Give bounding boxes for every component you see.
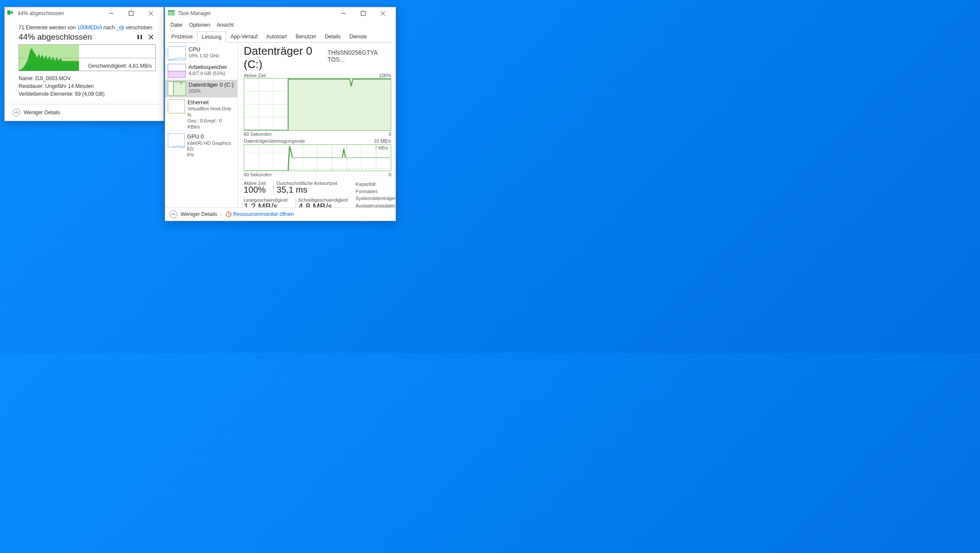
- ethernet-thumb-icon: [168, 99, 185, 113]
- tab-processes[interactable]: Prozesse: [167, 31, 197, 42]
- copy-filename: Name: DJI_0003.MOV: [19, 75, 156, 82]
- disk-heading: Datenträger 0 (C:): [244, 44, 327, 71]
- memory-thumb-icon: [168, 64, 186, 78]
- tabs: Prozesse Leistung App-Verlauf Autostart …: [167, 31, 394, 43]
- close-button[interactable]: [141, 7, 161, 19]
- disk-active-time-value: 100%: [244, 185, 266, 195]
- maximize-button[interactable]: [121, 7, 141, 19]
- menu-options[interactable]: Optionen: [186, 20, 213, 30]
- disk-detail-pane: Datenträger 0 (C:) THNSN0256GTYA TOS... …: [238, 43, 396, 207]
- svg-rect-3: [129, 11, 133, 16]
- svg-rect-16: [168, 71, 186, 78]
- copy-speed-graph: Geschwindigkeit: 4,61 MB/s: [19, 44, 156, 71]
- tab-performance[interactable]: Leistung: [197, 31, 226, 43]
- svg-rect-0: [7, 10, 10, 15]
- sidebar-item-disk[interactable]: Datenträger 0 (C:)100%: [165, 80, 237, 97]
- cancel-button[interactable]: [146, 32, 156, 42]
- svg-rect-6: [138, 35, 139, 39]
- tab-services[interactable]: Dienste: [345, 31, 371, 42]
- gpu-thumb-icon: [168, 133, 185, 147]
- file-copy-title: 44% abgeschlossen: [18, 10, 101, 16]
- disk-capacity: Kapazität:2: [355, 181, 396, 188]
- tab-users[interactable]: Benutzer: [291, 31, 320, 42]
- task-manager-icon: [168, 9, 176, 17]
- menubar: Datei Optionen Ansicht: [165, 19, 396, 30]
- task-manager-window: Task-Manager Datei Optionen Ansicht Proz…: [165, 7, 396, 221]
- copy-speed-label: Geschwindigkeit: 4,61 MB/s: [87, 63, 153, 69]
- svg-rect-17: [173, 82, 186, 96]
- copy-summary-line: 71 Elemente werden von 100MEDIA nach _dj…: [19, 25, 156, 31]
- fewer-details-toggle[interactable]: Weniger Details: [181, 211, 217, 217]
- disk-response-time-value: 35,1 ms: [276, 185, 337, 195]
- svg-rect-11: [168, 10, 174, 12]
- transfer-rate-graph[interactable]: 7 MB/s: [244, 144, 391, 171]
- tab-app-history[interactable]: App-Verlauf: [226, 31, 262, 42]
- active-time-label: Aktive Zeit: [244, 73, 266, 78]
- active-time-xright: 0: [389, 131, 391, 137]
- menu-view[interactable]: Ansicht: [214, 20, 236, 30]
- open-resource-monitor-link[interactable]: Ressourcenmonitor öffnen: [233, 211, 294, 217]
- source-link[interactable]: 100MEDIA: [77, 25, 102, 31]
- active-time-graph[interactable]: [244, 78, 391, 131]
- task-manager-title: Task-Manager: [178, 10, 333, 16]
- fewer-details-toggle[interactable]: Weniger Details: [24, 109, 60, 116]
- tab-details[interactable]: Details: [320, 31, 345, 42]
- maximize-button[interactable]: [353, 7, 373, 19]
- resource-monitor-icon: [226, 211, 232, 217]
- copy-remaining: Restdauer: Ungefähr 14 Minuten: [19, 82, 156, 90]
- file-copy-icon: [7, 9, 15, 17]
- transfer-rate-label: Datenträgerübertragungsrate: [244, 138, 305, 144]
- task-manager-titlebar[interactable]: Task-Manager: [165, 7, 396, 19]
- tab-startup[interactable]: Autostart: [262, 31, 291, 42]
- copy-percent-heading: 44% abgeschlossen: [19, 32, 133, 42]
- file-copy-titlebar[interactable]: 44% abgeschlossen: [5, 7, 163, 19]
- sidebar-item-cpu[interactable]: CPU18% 1,02 GHz: [165, 44, 237, 62]
- minimize-button[interactable]: [101, 7, 121, 19]
- transfer-rate-xright: 0: [389, 172, 391, 177]
- disk-pagefile: Auslagerungsdatei:J: [355, 202, 396, 208]
- disk-system: Systemdatenträger:J: [355, 195, 396, 202]
- close-button[interactable]: [373, 7, 393, 19]
- transfer-rate-max: 10 MB/s: [374, 138, 391, 144]
- sidebar-item-memory[interactable]: Arbeitsspeicher4,0/7,9 GB (51%): [165, 62, 237, 80]
- pause-button[interactable]: [135, 32, 144, 42]
- minimize-button[interactable]: [333, 7, 353, 19]
- chevron-up-icon[interactable]: [13, 109, 20, 116]
- menu-file[interactable]: Datei: [168, 20, 185, 30]
- sidebar-item-ethernet[interactable]: EthernetVirtualBox Host-Only N.Ges.: 0 E…: [165, 97, 237, 131]
- cpu-thumb-icon: [168, 46, 186, 60]
- active-time-max: 100%: [379, 73, 391, 78]
- sidebar-item-gpu[interactable]: GPU 0Intel(R) HD Graphics 62(6%: [165, 131, 237, 160]
- svg-rect-7: [141, 35, 142, 39]
- transfer-rate-xleft: 60 Sekunden: [244, 172, 272, 177]
- dest-link[interactable]: _dji: [116, 25, 124, 31]
- active-time-xleft: 60 Sekunden: [244, 131, 272, 137]
- chevron-up-icon[interactable]: [170, 210, 177, 218]
- svg-rect-13: [361, 11, 365, 16]
- disk-device-name: THNSN0256GTYA TOS...: [327, 49, 391, 63]
- performance-sidebar: CPU18% 1,02 GHz Arbeitsspeicher4,0/7,9 G…: [165, 43, 238, 207]
- disk-thumb-icon: [168, 81, 186, 96]
- disk-formatted: Formatiert:2: [355, 188, 396, 195]
- copy-items-left: Verbleibende Elemente: 69 (4,09 GB): [19, 90, 156, 98]
- file-copy-window: 44% abgeschlossen 71 Elemente werden von…: [4, 7, 164, 121]
